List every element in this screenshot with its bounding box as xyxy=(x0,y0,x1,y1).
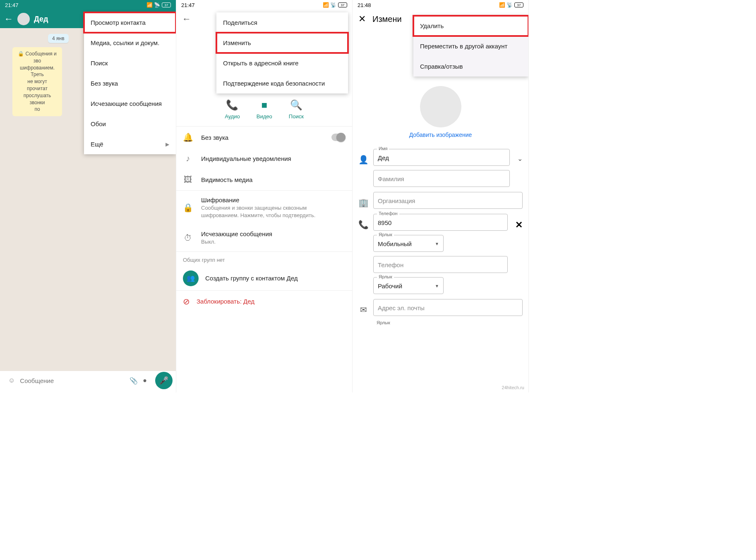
mic-button[interactable]: 🎤 xyxy=(155,372,173,389)
back-icon[interactable]: ← xyxy=(4,14,13,24)
status-bar: 21:47 📶 📡 37 xyxy=(0,0,176,10)
notifications-row[interactable]: ♪ Индивидуальные уведомления xyxy=(176,148,352,169)
phone-icon: 📞 xyxy=(225,99,240,111)
video-call-button[interactable]: ■Видео xyxy=(257,99,272,120)
phone2-field[interactable]: Телефон xyxy=(373,256,508,273)
add-image-button[interactable]: Добавить изображение xyxy=(353,132,528,138)
block-icon: ⊘ xyxy=(183,297,190,306)
battery-icon: 37 xyxy=(338,2,347,7)
contact-actions: 📞Аудио ■Видео 🔍Поиск xyxy=(176,94,352,127)
camera-icon[interactable]: ● xyxy=(143,377,147,384)
groups-header: Общих групп нет xyxy=(176,251,352,266)
block-row[interactable]: ⊘ Заблокировать: Дед xyxy=(176,290,352,312)
contact-name[interactable]: Дед xyxy=(34,15,48,24)
email-icon: ✉ xyxy=(358,305,368,315)
chevron-right-icon: ▶ xyxy=(166,141,169,147)
email-field[interactable]: Адрес эл. почты xyxy=(373,299,523,316)
message-input[interactable] xyxy=(20,377,125,384)
organization-field[interactable]: Организация xyxy=(373,192,523,209)
mute-toggle[interactable] xyxy=(331,134,346,141)
group-icon: 👥 xyxy=(183,270,199,286)
menu-edit[interactable]: Изменить xyxy=(216,33,348,53)
disappearing-row[interactable]: ⏱ Исчезающие сообщенияВыкл. xyxy=(176,225,352,251)
status-bar: 21:47 📶 📡 37 xyxy=(176,0,352,10)
status-time: 21:48 xyxy=(358,2,371,8)
menu-view-contact[interactable]: Просмотр контакта xyxy=(84,12,176,33)
status-icons: 📶 📡 37 xyxy=(323,2,347,8)
menu-share[interactable]: Поделиться xyxy=(216,12,348,33)
emoji-icon[interactable]: ☺ xyxy=(8,377,15,384)
lock-icon: 🔒 xyxy=(183,203,193,213)
overflow-menu: Поделиться Изменить Открыть в адресной к… xyxy=(216,12,348,93)
contact-avatar-placeholder[interactable] xyxy=(420,86,461,127)
menu-disappearing[interactable]: Исчезающие сообщения xyxy=(84,93,176,114)
back-icon[interactable]: ← xyxy=(182,14,191,24)
status-icons: 📶 📡 37 xyxy=(499,2,523,8)
menu-help[interactable]: Справка/отзыв xyxy=(413,56,528,77)
remove-phone-icon[interactable]: ✕ xyxy=(515,220,523,230)
phone2-label-select[interactable]: Ярлык Рабочий▼ xyxy=(373,277,444,294)
encryption-row[interactable]: 🔒 ШифрованиеСообщения и звонки защищены … xyxy=(176,191,352,225)
watermark: 24hitech.ru xyxy=(502,385,524,390)
status-time: 21:47 xyxy=(181,2,195,8)
search-icon: 🔍 xyxy=(289,99,304,111)
attach-icon[interactable]: 📎 xyxy=(130,377,138,385)
menu-security-code[interactable]: Подтверждение кода безопасности xyxy=(216,73,348,93)
name-field[interactable]: Имя Дед xyxy=(373,149,510,166)
overflow-menu: Удалить Переместить в другой аккаунт Спр… xyxy=(413,16,528,77)
audio-call-button[interactable]: 📞Аудио xyxy=(225,99,240,120)
expand-icon[interactable]: ⌄ xyxy=(517,155,523,163)
battery-icon: 37 xyxy=(162,2,171,7)
dropdown-icon: ▼ xyxy=(435,242,439,246)
status-time: 21:47 xyxy=(5,2,19,8)
close-icon[interactable]: ✕ xyxy=(358,14,366,24)
name-label: Имя xyxy=(377,146,389,151)
menu-delete[interactable]: Удалить xyxy=(413,16,528,36)
menu-addressbook[interactable]: Открыть в адресной книге xyxy=(216,53,348,73)
search-button[interactable]: 🔍Поиск xyxy=(289,99,304,120)
phone-field[interactable]: Телефон 8950 xyxy=(373,214,508,231)
video-icon: ■ xyxy=(257,99,272,111)
timer-icon: ⏱ xyxy=(183,233,193,243)
surname-field[interactable]: Фамилия xyxy=(373,170,510,187)
dropdown-icon: ▼ xyxy=(435,284,439,288)
building-icon: 🏢 xyxy=(358,198,368,208)
phone-icon: 📞 xyxy=(358,220,368,230)
media-visibility-row[interactable]: 🖼 Видимость медиа xyxy=(176,169,352,190)
phone-label: Телефон xyxy=(377,211,399,216)
phone-label-select[interactable]: Ярлык Мобильный▼ xyxy=(373,235,444,252)
note-icon: ♪ xyxy=(183,154,193,163)
avatar[interactable] xyxy=(17,13,30,25)
battery-icon: 37 xyxy=(514,2,523,7)
message-input-row: ☺ 📎 ● 🎤 xyxy=(3,372,173,389)
message-input-box[interactable]: ☺ 📎 ● xyxy=(3,372,152,389)
person-icon: 👤 xyxy=(358,155,368,165)
page-title: Измени xyxy=(372,14,402,24)
mute-row[interactable]: 🔔 Без звука xyxy=(176,127,352,148)
overflow-menu: Просмотр контакта Медиа, ссылки и докум.… xyxy=(84,12,176,154)
menu-search[interactable]: Поиск xyxy=(84,53,176,73)
menu-move-account[interactable]: Переместить в другой аккаунт xyxy=(413,36,528,56)
menu-wallpaper[interactable]: Обои xyxy=(84,114,176,134)
menu-more[interactable]: Ещё▶ xyxy=(84,134,176,154)
date-chip: 4 янв xyxy=(48,34,69,43)
create-group-row[interactable]: 👥 Создать группу с контактом Дед xyxy=(176,266,352,290)
status-bar: 21:48 📶 📡 37 xyxy=(353,0,528,10)
encryption-notice: 🔒 Сообщения и зво шифрованием. Треть не … xyxy=(12,47,62,116)
bell-icon: 🔔 xyxy=(183,132,193,142)
image-icon: 🖼 xyxy=(183,175,193,184)
menu-media[interactable]: Медиа, ссылки и докум. xyxy=(84,33,176,53)
menu-mute[interactable]: Без звука xyxy=(84,73,176,93)
status-icons: 📶 📡 37 xyxy=(146,2,171,8)
email-label-hint: Ярлык xyxy=(377,320,523,325)
